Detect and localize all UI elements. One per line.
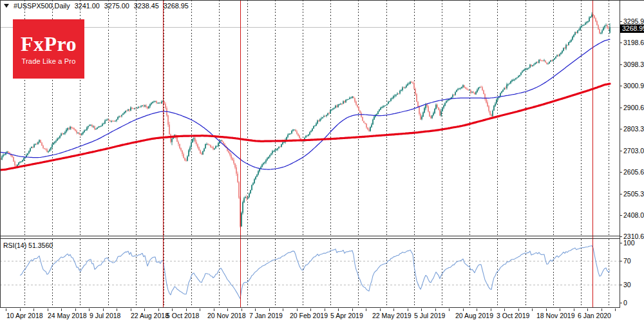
fxpro-logo: FxPro Trade Like a Pro xyxy=(13,19,84,79)
current-price-tag: 3268.95 xyxy=(620,24,644,33)
trading-chart-window: FxPro Trade Like a Pro #USSPX500,Daily 3… xyxy=(0,0,644,322)
candles-layer xyxy=(0,12,611,227)
symbol-name: #USSPX500,Daily xyxy=(14,2,70,10)
event-vlines-layer xyxy=(164,1,593,308)
fxpro-logo-brand: FxPro xyxy=(21,33,77,54)
ohlc-high: 3275.00 xyxy=(104,2,129,10)
symbol-dropdown-icon[interactable] xyxy=(4,4,9,8)
rsi-value: 51.3560 xyxy=(28,242,53,249)
moving-averages-layer xyxy=(1,39,610,170)
ohlc-open: 3241.00 xyxy=(75,2,100,10)
symbol-info-bar: #USSPX500,Daily 3241.00 3275.00 3238.45 … xyxy=(4,2,193,10)
ohlc-low: 3238.45 xyxy=(134,2,159,10)
rsi-name: RSI(14) xyxy=(3,242,26,249)
ohlc-close: 3268.95 xyxy=(164,2,189,10)
fxpro-logo-tagline: Trade Like a Pro xyxy=(21,57,75,65)
time-scale[interactable] xyxy=(0,308,644,322)
rsi-indicator-label: RSI(14) 51.3560 xyxy=(3,242,53,249)
price-scale[interactable] xyxy=(620,0,644,308)
chart-canvas[interactable] xyxy=(0,0,644,322)
